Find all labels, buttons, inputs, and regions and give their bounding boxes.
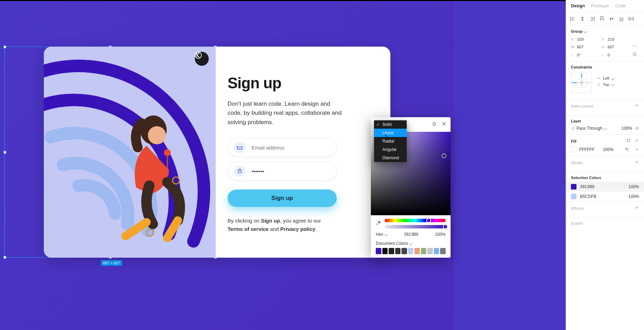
selection-color-hex[interactable]: B5CDFB xyxy=(580,194,596,199)
svg-point-1 xyxy=(148,126,166,144)
y-input[interactable]: 219 xyxy=(607,37,614,41)
svg-point-16 xyxy=(629,141,630,142)
svg-rect-11 xyxy=(635,55,636,56)
fill-styles-icon[interactable] xyxy=(626,138,631,144)
alpha-handle[interactable] xyxy=(443,224,448,229)
add-auto-layout-icon[interactable] xyxy=(634,103,639,109)
resize-handle-bl[interactable] xyxy=(3,256,6,259)
close-picker-icon[interactable] xyxy=(442,121,446,128)
align-top-icon[interactable] xyxy=(599,16,605,22)
document-colors-label[interactable]: Document Colors xyxy=(371,237,451,246)
hex-alpha[interactable]: 100% xyxy=(435,232,446,237)
terms-pp-link[interactable]: Privacy policy xyxy=(280,226,316,232)
layer-opacity[interactable]: 100% xyxy=(621,126,632,131)
doc-color-swatch[interactable] xyxy=(421,248,427,254)
fill-type-option-linear[interactable]: Linear xyxy=(374,129,407,137)
terms-pre: By clicking on xyxy=(228,218,261,224)
tab-prototype[interactable]: Prototype xyxy=(591,3,609,8)
add-stroke-icon[interactable] xyxy=(634,160,639,166)
corner-input[interactable]: 0 xyxy=(607,53,610,57)
selection-color-opacity[interactable]: 100% xyxy=(628,184,639,189)
fill-type-option-solid[interactable]: Solid xyxy=(374,120,407,129)
blend-mode-icon[interactable] xyxy=(432,121,437,128)
signup-button[interactable]: Sign up xyxy=(228,190,337,207)
x-input[interactable]: 103 xyxy=(577,37,583,41)
export-section: Export xyxy=(566,218,644,229)
resize-handle-tl[interactable] xyxy=(3,46,6,48)
fill-type-dropdown[interactable]: SolidLinearRadialAngularDiamond↖ xyxy=(374,120,407,162)
fill-hex[interactable]: FFFFFF xyxy=(579,147,595,152)
align-right-icon[interactable] xyxy=(589,16,595,22)
independent-corners-icon[interactable] xyxy=(632,52,639,58)
fill-type-option-diamond[interactable]: Diamond xyxy=(374,154,407,162)
auto-layout-title: Auto Layout xyxy=(571,104,593,108)
svg-point-2 xyxy=(164,149,171,156)
eyedropper-icon[interactable] xyxy=(376,220,381,227)
hue-slider[interactable] xyxy=(385,219,446,222)
resize-handle-ml[interactable] xyxy=(3,151,6,154)
align-left-icon[interactable] xyxy=(570,16,576,22)
selection-color-row[interactable]: 3913B8100% xyxy=(566,182,644,192)
selection-color-swatch[interactable] xyxy=(571,184,577,190)
doc-color-swatch[interactable] xyxy=(395,248,401,254)
hex-value[interactable]: 3913B8 xyxy=(404,232,418,237)
link-wh-icon[interactable] xyxy=(632,44,639,50)
fill-type-option-radial[interactable]: Radial xyxy=(374,137,407,145)
add-fill-icon[interactable] xyxy=(634,138,639,144)
fill-opacity[interactable]: 100% xyxy=(603,147,614,152)
doc-color-swatch[interactable] xyxy=(414,248,420,254)
hue-handle[interactable] xyxy=(426,218,431,223)
add-effect-icon[interactable] xyxy=(634,205,639,211)
doc-color-swatch[interactable] xyxy=(427,248,433,254)
effects-title: Effects xyxy=(571,206,584,210)
terms-tos-link[interactable]: Terms of service xyxy=(228,226,269,232)
align-vcenter-icon[interactable] xyxy=(609,16,615,22)
color-field-indicator[interactable] xyxy=(442,153,446,158)
terms-and: and xyxy=(269,226,280,232)
fill-visibility-icon[interactable] xyxy=(625,147,629,152)
selection-color-row[interactable]: B5CDFB100% xyxy=(566,192,644,201)
tab-code[interactable]: Code xyxy=(615,3,625,8)
selection-color-hex[interactable]: 3913B8 xyxy=(580,184,594,189)
alpha-slider[interactable] xyxy=(385,225,446,228)
fill-type-option-angular[interactable]: Angular xyxy=(374,145,407,154)
doc-color-swatch[interactable] xyxy=(440,248,446,254)
blend-mode-select[interactable]: Pass Through xyxy=(571,126,619,131)
doc-color-swatch[interactable] xyxy=(408,248,414,254)
distribute-icon[interactable] xyxy=(628,16,634,22)
terms-text: By clicking on Sign up, you agree to our… xyxy=(228,217,335,233)
rotation-icon: ⟟ xyxy=(571,53,576,57)
doc-color-swatch[interactable] xyxy=(401,248,407,254)
h-label: H xyxy=(602,45,606,49)
doc-color-swatch[interactable] xyxy=(434,248,439,254)
visibility-icon[interactable] xyxy=(635,126,639,130)
email-input[interactable] xyxy=(252,145,330,151)
selection-color-opacity[interactable]: 100% xyxy=(628,194,639,199)
doc-color-swatch[interactable] xyxy=(382,248,388,254)
layer-section: Layer Pass Through 100% xyxy=(566,115,644,135)
constraint-h-select[interactable]: Left xyxy=(597,76,614,80)
svg-rect-9 xyxy=(635,53,636,54)
hex-mode-select[interactable]: Hex xyxy=(376,232,387,237)
constraints-widget[interactable] xyxy=(571,72,592,93)
doc-color-swatch[interactable] xyxy=(389,248,394,254)
w-input[interactable]: 607 xyxy=(577,45,583,49)
svg-point-15 xyxy=(627,141,628,142)
align-hcenter-icon[interactable] xyxy=(579,16,586,22)
frame-type-label[interactable]: Group xyxy=(571,29,582,33)
selection-colors-title: Selection Colors xyxy=(571,176,601,180)
password-field-wrap[interactable] xyxy=(228,162,337,180)
doc-color-swatch[interactable] xyxy=(376,248,381,254)
effects-section: Effects xyxy=(566,201,644,218)
fill-section: Fill FFFFFF 100% xyxy=(566,135,644,156)
tab-design[interactable]: Design xyxy=(571,3,585,8)
email-field-wrap[interactable] xyxy=(228,138,337,157)
constraint-v-select[interactable]: Top xyxy=(597,82,614,87)
fill-swatch[interactable] xyxy=(571,147,577,152)
selection-color-swatch[interactable] xyxy=(571,194,577,199)
align-bottom-icon[interactable] xyxy=(618,16,625,22)
rotation-input[interactable]: 0° xyxy=(577,53,581,57)
remove-fill-icon[interactable] xyxy=(634,147,639,152)
password-input[interactable] xyxy=(252,168,330,174)
h-input[interactable]: 607 xyxy=(607,45,614,49)
